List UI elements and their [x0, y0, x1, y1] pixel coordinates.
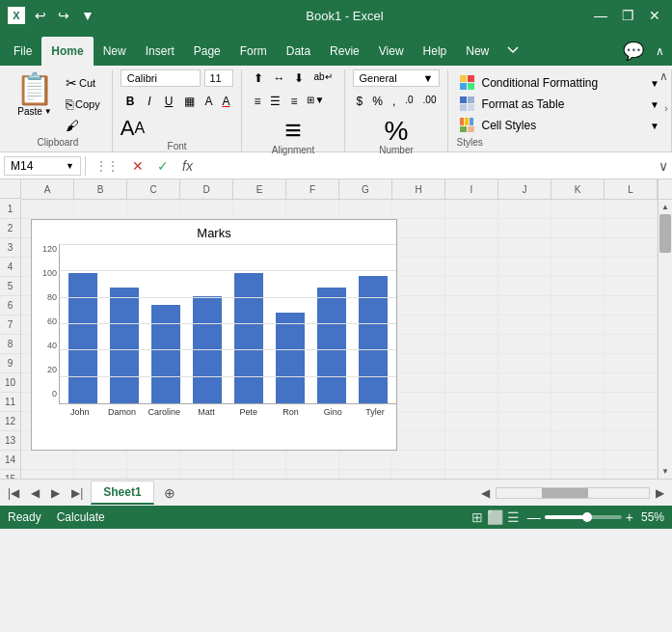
cell-i15[interactable] — [445, 470, 498, 479]
tab-file[interactable]: File — [4, 37, 41, 66]
cell-f14[interactable] — [286, 451, 339, 470]
close-btn[interactable]: ✕ — [645, 6, 664, 25]
font-family-dropdown[interactable]: Calibri — [121, 69, 202, 87]
format-as-table-btn[interactable]: Format as Table ▼ — [456, 95, 663, 114]
h-scroll-right[interactable]: ▶ — [652, 484, 668, 502]
name-box[interactable]: M14 ▼ — [4, 156, 81, 176]
cell-j5[interactable] — [498, 277, 551, 296]
cell-h10[interactable] — [392, 373, 445, 393]
cell-j14[interactable] — [498, 451, 551, 470]
sheet-nav-last[interactable]: ▶| — [67, 484, 87, 502]
conditional-formatting-btn[interactable]: Conditional Formatting ▼ — [456, 73, 663, 93]
maximize-btn[interactable]: ❐ — [618, 6, 637, 25]
cell-i8[interactable] — [445, 335, 498, 354]
align-center-btn[interactable]: ☰ — [266, 93, 284, 110]
cell-l9[interactable] — [605, 354, 658, 373]
cell-h6[interactable] — [392, 296, 445, 316]
cell-k6[interactable] — [551, 296, 605, 316]
cell-j9[interactable] — [498, 354, 551, 373]
cell-c14[interactable] — [127, 451, 180, 470]
formula-expand-btn[interactable]: ∨ — [659, 158, 668, 174]
cell-i4[interactable] — [445, 258, 498, 277]
cell-k9[interactable] — [551, 354, 605, 373]
redo-btn[interactable]: ↪ — [54, 6, 73, 25]
cell-k3[interactable] — [551, 238, 605, 258]
scroll-track[interactable] — [659, 214, 672, 464]
cell-l13[interactable] — [605, 431, 658, 451]
cell-i12[interactable] — [445, 412, 498, 431]
tab-form[interactable]: Form — [230, 37, 277, 66]
border-btn[interactable]: ▦ — [180, 93, 199, 110]
cell-j15[interactable] — [498, 470, 551, 479]
cell-k8[interactable] — [551, 335, 605, 354]
decrease-decimal-btn[interactable]: .00 — [419, 93, 441, 110]
align-right-btn[interactable]: ≡ — [286, 93, 301, 110]
scroll-down-btn[interactable]: ▼ — [659, 464, 672, 479]
copy-btn[interactable]: ⎘ Copy — [62, 95, 104, 114]
cell-c15[interactable] — [127, 470, 180, 479]
sheet-tab-sheet1[interactable]: Sheet1 — [91, 481, 153, 505]
cell-c1[interactable] — [127, 200, 180, 219]
cell-b1[interactable] — [74, 200, 127, 219]
cell-i14[interactable] — [445, 451, 498, 470]
cell-i1[interactable] — [445, 200, 498, 219]
increase-decimal-btn[interactable]: .0 — [401, 93, 417, 110]
page-layout-btn[interactable]: ⬜ — [487, 509, 503, 525]
number-format-dropdown[interactable]: General▼ — [353, 69, 441, 87]
paste-btn[interactable]: 📋 Paste ▼ — [12, 69, 58, 121]
cell-h1[interactable] — [392, 200, 445, 219]
cell-i3[interactable] — [445, 238, 498, 258]
cut-btn[interactable]: ✂ Cut — [62, 73, 104, 93]
cell-j11[interactable] — [498, 393, 551, 412]
cell-h3[interactable] — [392, 238, 445, 258]
tab-data[interactable]: Data — [277, 37, 320, 66]
cell-i9[interactable] — [445, 354, 498, 373]
insert-function-btn[interactable]: fx — [176, 156, 199, 176]
cell-styles-btn[interactable]: Cell Styles ▼ — [456, 116, 663, 135]
tab-view[interactable]: View — [369, 37, 414, 66]
tab-insert[interactable]: Insert — [136, 37, 184, 66]
cell-j7[interactable] — [498, 316, 551, 335]
percent-btn[interactable]: % — [368, 93, 387, 110]
cell-h2[interactable] — [392, 219, 445, 238]
tab-review[interactable]: Revie — [320, 37, 369, 66]
tab-new-1[interactable]: New — [94, 37, 136, 66]
zoom-plus-btn[interactable]: + — [626, 509, 633, 525]
formula-input[interactable] — [202, 157, 655, 175]
cell-j12[interactable] — [498, 412, 551, 431]
cancel-formula-btn[interactable]: ✕ — [126, 156, 149, 176]
cell-i10[interactable] — [445, 373, 498, 393]
cell-l12[interactable] — [605, 412, 658, 431]
format-painter-btn[interactable]: 🖌 — [62, 116, 104, 135]
tab-new-2[interactable]: New — [456, 37, 498, 66]
align-middle-btn[interactable]: ↔ — [269, 69, 288, 87]
cell-j1[interactable] — [498, 200, 551, 219]
wrap-btn[interactable]: ab↵ — [309, 69, 336, 87]
comments-btn[interactable]: 💬 — [619, 37, 648, 66]
h-scroll-track[interactable] — [496, 487, 650, 499]
cell-i13[interactable] — [445, 431, 498, 451]
cell-l11[interactable] — [605, 393, 658, 412]
tab-help[interactable]: Help — [414, 37, 457, 66]
merge-btn[interactable]: ⊞▼ — [303, 93, 328, 110]
font-size-dropdown[interactable]: 11 — [204, 69, 233, 87]
fill-color-btn[interactable]: A — [201, 93, 216, 110]
cell-a1[interactable] — [21, 200, 74, 219]
cell-i11[interactable] — [445, 393, 498, 412]
scroll-thumb[interactable] — [659, 214, 671, 253]
cell-b14[interactable] — [74, 451, 127, 470]
cell-j2[interactable] — [498, 219, 551, 238]
cell-l1[interactable] — [605, 200, 658, 219]
cell-e15[interactable] — [233, 470, 286, 479]
cell-h14[interactable] — [392, 451, 445, 470]
cell-h4[interactable] — [392, 258, 445, 277]
ribbon-collapse-btn[interactable]: ∧ — [652, 41, 668, 62]
cell-h13[interactable] — [392, 431, 445, 451]
undo-btn[interactable]: ↩ — [31, 6, 50, 25]
cell-f1[interactable] — [286, 200, 339, 219]
cell-i7[interactable] — [445, 316, 498, 335]
cell-h12[interactable] — [392, 412, 445, 431]
cell-a15[interactable] — [21, 470, 74, 479]
cell-k10[interactable] — [551, 373, 605, 393]
tab-page[interactable]: Page — [184, 37, 230, 66]
